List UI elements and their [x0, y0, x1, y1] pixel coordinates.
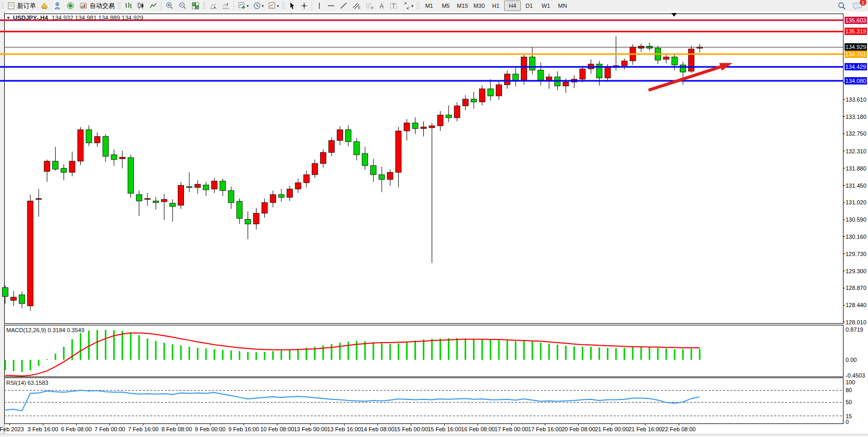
- toolbar-grip[interactable]: [1, 2, 4, 10]
- trendline-tool-button[interactable]: [337, 0, 350, 11]
- toolbar-grip[interactable]: [118, 2, 121, 10]
- timeframe-h1[interactable]: H1: [487, 1, 504, 11]
- timeframe-h4[interactable]: H4: [504, 1, 521, 11]
- price-line-label: 135.603: [845, 17, 867, 24]
- text-label-tool-button[interactable]: T: [387, 0, 400, 11]
- vertical-line-tool-button[interactable]: [314, 0, 325, 11]
- price-line-label: 134.929: [845, 43, 867, 51]
- price-line-label: 134.751: [845, 51, 867, 58]
- timeframe-m15[interactable]: M15: [454, 1, 471, 11]
- chart-window[interactable]: [0, 11, 868, 434]
- macd-axis-label: 0.00: [846, 357, 857, 363]
- symbol-period-label: USDJPY-,H4: [13, 15, 48, 21]
- price-axis-label: 131.880: [846, 165, 866, 172]
- chat-button[interactable]: 1: [851, 0, 865, 11]
- timeframe-m5[interactable]: M5: [437, 1, 454, 11]
- zoom-in-button[interactable]: [163, 0, 176, 11]
- templates-button[interactable]: ▾: [266, 0, 281, 11]
- line-chart-button[interactable]: [147, 0, 160, 11]
- timeframe-d1[interactable]: D1: [521, 1, 537, 11]
- search-icon: [837, 2, 847, 10]
- price-axis-label: 133.610: [846, 96, 866, 103]
- auto-trading-icon: [79, 2, 88, 10]
- svg-text:F: F: [372, 6, 374, 10]
- crosshair-icon: [300, 2, 308, 10]
- timeframe-w1[interactable]: W1: [537, 1, 554, 11]
- timeframe-mn[interactable]: MN: [554, 1, 571, 11]
- auto-trading-button[interactable]: 自动交易: [77, 0, 117, 11]
- rsi-axis-label: 80: [846, 387, 852, 393]
- price-axis-label: 129.730: [846, 251, 866, 257]
- mt4-terminal: 新订单 自动交易: [0, 0, 868, 437]
- metaeditor-button[interactable]: [51, 0, 64, 11]
- timeframe-m1[interactable]: M1: [421, 1, 437, 11]
- time-axis-label: 10 Feb 08:00: [260, 426, 294, 432]
- zoom-in-icon: [165, 2, 174, 10]
- time-axis-label: 20 Feb 08:00: [561, 426, 595, 432]
- toolbar-grip[interactable]: [417, 2, 420, 10]
- timeframe-m30[interactable]: M30: [471, 1, 487, 11]
- toolbar-grip[interactable]: [203, 2, 206, 10]
- toolbar-grip[interactable]: [282, 2, 285, 10]
- horizontal-line-tool-button[interactable]: [325, 0, 337, 11]
- price-line-label: 134.080: [845, 77, 867, 84]
- zoom-out-button[interactable]: [176, 0, 189, 11]
- chart-shift-marker[interactable]: [671, 13, 677, 17]
- toolbar-separator: [312, 1, 312, 10]
- indicators-button[interactable]: ▾: [236, 0, 251, 11]
- text-icon: A: [378, 2, 385, 10]
- candlestick-chart-button[interactable]: [135, 0, 147, 11]
- metaeditor-icon: [53, 2, 62, 10]
- equidistant-channel-tool-button[interactable]: E: [350, 0, 363, 11]
- timeframe-group: M1M5M15M30H1H4D1W1MN: [421, 1, 571, 11]
- time-axis-label: 7 Feb 16:00: [128, 426, 158, 432]
- candlestick-chart-icon: [137, 2, 145, 10]
- symbol-menu-icon[interactable]: ▼: [6, 16, 10, 20]
- price-axis-label: 128.010: [846, 319, 866, 325]
- status-bar: [0, 434, 868, 437]
- chart-shift-button[interactable]: [219, 0, 232, 11]
- price-axis-label: 130.160: [846, 234, 866, 240]
- text-tool-button[interactable]: A: [376, 0, 387, 11]
- price-line-label: 135.319: [845, 28, 867, 35]
- tile-windows-button[interactable]: [189, 0, 202, 11]
- fibonacci-icon: F: [365, 2, 374, 10]
- signals-button[interactable]: [64, 0, 77, 11]
- toolbar-separator: [234, 1, 234, 10]
- search-button[interactable]: [835, 0, 849, 11]
- new-order-label: 新订单: [17, 2, 36, 10]
- vertical-line-icon: [316, 2, 323, 10]
- time-axis-label: 14 Feb 08:00: [361, 426, 395, 432]
- toolbar-separator: [161, 1, 162, 10]
- auto-scroll-button[interactable]: [207, 0, 219, 11]
- svg-text:E: E: [358, 6, 361, 9]
- new-order-button[interactable]: 新订单: [5, 0, 38, 11]
- fibonacci-tool-button[interactable]: F: [363, 0, 376, 11]
- auto-trading-label: 自动交易: [90, 2, 115, 10]
- bar-chart-button[interactable]: [122, 0, 135, 11]
- indicators-icon: [238, 2, 246, 10]
- dropdown-arrow-icon: ▾: [262, 4, 264, 8]
- new-order-icon: [7, 2, 16, 10]
- time-axis-label: 21 Feb 00:00: [595, 426, 629, 432]
- time-axis-label: 13 Feb 00:00: [294, 426, 327, 432]
- price-line-label: 134.429: [845, 63, 867, 70]
- time-axis-label: 15 Feb 16:00: [427, 426, 461, 432]
- price-axis-label: 132.750: [846, 130, 866, 137]
- arrows-tool-button[interactable]: ▾: [400, 0, 415, 11]
- time-axis-label: 3 Feb 2023: [0, 426, 24, 432]
- rsi-axis-label: 50: [846, 399, 852, 405]
- trendline-icon: [339, 2, 348, 10]
- periods-button[interactable]: ▾: [251, 0, 266, 11]
- charts-menu-button[interactable]: [38, 0, 51, 11]
- crosshair-tool-button[interactable]: [298, 0, 310, 11]
- dropdown-arrow-icon: ▾: [247, 4, 249, 8]
- price-axis-label: 129.300: [846, 268, 866, 274]
- arrows-icon: [402, 2, 411, 10]
- macd-axis-label: 0.8719: [846, 326, 863, 333]
- cursor-icon: [288, 2, 296, 10]
- rsi-axis-label: 15: [846, 413, 852, 419]
- price-axis-label: 133.180: [846, 114, 866, 120]
- cursor-tool-button[interactable]: [286, 0, 298, 11]
- charts-icon: [40, 2, 49, 10]
